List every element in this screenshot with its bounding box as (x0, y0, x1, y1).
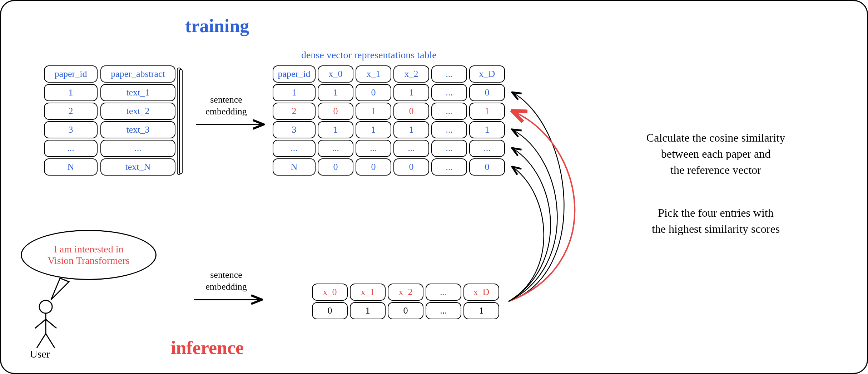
vector-cell: 0 (393, 158, 429, 176)
query-header: ... (426, 284, 461, 301)
inference-title: inference (171, 337, 244, 358)
training-title: training (185, 15, 249, 36)
vector-cell: 1 (469, 121, 505, 138)
vector-cell: 1 (393, 121, 429, 138)
vector-cell: 1 (273, 84, 316, 101)
vector-cell: 1 (318, 121, 353, 138)
vector-header: x_D (469, 65, 505, 83)
query-cell: 1 (350, 302, 386, 319)
source-cell: ... (44, 140, 98, 157)
query-header: x_1 (350, 284, 386, 301)
vector-cell: 1 (356, 103, 391, 120)
vector-cell: 0 (356, 158, 391, 176)
similarity-arrow-3 (509, 129, 557, 301)
speech-bubble-tail (51, 278, 69, 300)
user-label: User (30, 348, 50, 360)
user-speech-bubble: I am interested inVision Transformers (21, 230, 157, 280)
vector-header: x_0 (318, 65, 353, 83)
query-cell: 1 (463, 302, 499, 319)
source-cell: N (44, 158, 98, 176)
svg-line-3 (46, 319, 56, 328)
source-cell: 1 (44, 84, 98, 101)
vector-cell: ... (431, 140, 467, 157)
source-cell: text_2 (100, 103, 175, 120)
similarity-arrow-1 (509, 92, 564, 301)
vector-header: x_1 (356, 65, 391, 83)
vector-cell: 3 (273, 121, 316, 138)
vector-cell: 0 (356, 84, 391, 101)
diagram-canvas: training inference dense vector represen… (0, 0, 868, 374)
vector-cell: ... (318, 140, 353, 157)
source-cell: text_N (100, 158, 175, 176)
vector-cell: 1 (469, 103, 505, 120)
query-cell: ... (426, 302, 461, 319)
similarity-arrow-4 (509, 148, 551, 301)
vector-cell: 1 (356, 121, 391, 138)
user-speech-text: I am interested inVision Transformers (48, 243, 129, 266)
vector-cell: ... (393, 140, 429, 157)
stick-figure-icon (35, 300, 56, 348)
vector-cell: 1 (393, 84, 429, 101)
query-header: x_D (463, 284, 499, 301)
vector-cell: ... (356, 140, 391, 157)
source-cell: text_3 (100, 121, 175, 138)
embedding-label-1: sentenceembedding (199, 94, 253, 117)
query-header: x_0 (312, 284, 348, 301)
svg-line-4 (37, 334, 46, 348)
vector-cell: ... (431, 103, 467, 120)
source-cell: text_1 (100, 84, 175, 101)
svg-line-5 (46, 334, 55, 348)
similarity-arrow-2-highlight (509, 111, 575, 301)
vector-header: ... (431, 65, 467, 83)
query-header: x_2 (388, 284, 423, 301)
source-cell: 3 (44, 121, 98, 138)
embedding-label-2: sentenceembedding (199, 269, 253, 292)
source-header-abstract: paper_abstract (100, 65, 175, 83)
vector-cell: ... (469, 140, 505, 157)
svg-point-0 (39, 300, 52, 313)
vector-cell: 2 (273, 103, 316, 120)
similarity-arrow-5 (509, 167, 544, 301)
vector-cell: N (273, 158, 316, 176)
source-header-paperid: paper_id (44, 65, 98, 83)
svg-line-2 (35, 319, 46, 328)
source-cell: ... (100, 140, 175, 157)
vector-cell: ... (431, 84, 467, 101)
vector-cell: 0 (393, 103, 429, 120)
source-cell: 2 (44, 103, 98, 120)
vector-cell: ... (273, 140, 316, 157)
pick-entries-text: Pick the four entries withthe highest si… (623, 205, 809, 237)
vector-cell: ... (431, 121, 467, 138)
vector-cell: ... (431, 158, 467, 176)
query-cell: 0 (388, 302, 423, 319)
vector-cell: 0 (469, 158, 505, 176)
vector-cell: 0 (318, 158, 353, 176)
vector-cell: 0 (318, 103, 353, 120)
query-cell: 0 (312, 302, 348, 319)
cosine-similarity-text: Calculate the cosine similaritybetween e… (619, 130, 812, 178)
vector-cell: 0 (469, 84, 505, 101)
vector-cell: 1 (318, 84, 353, 101)
dense-table-subtitle: dense vector representations table (301, 49, 437, 61)
vector-header: paper_id (273, 65, 316, 83)
vector-header: x_2 (393, 65, 429, 83)
